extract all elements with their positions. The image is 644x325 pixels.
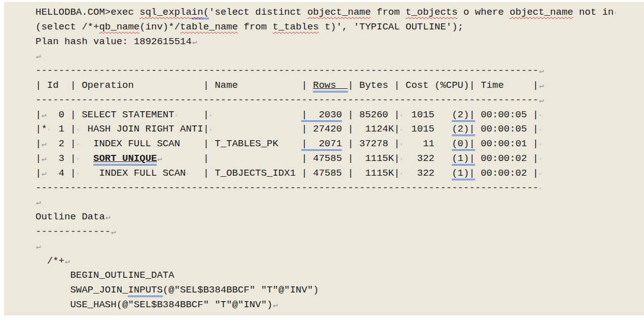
return-mark-icon: ↵ xyxy=(42,139,46,151)
text-line: BEGIN_OUTLINE_DATA xyxy=(35,268,644,283)
document-text[interactable]: HELLODBA.COM>exec sql_explain('select di… xyxy=(4,2,644,312)
return-mark-icon: ↵ xyxy=(42,153,46,166)
text-segment: 4 | xyxy=(47,168,76,179)
format-tick-icon: ‹ xyxy=(539,141,542,148)
word-document-page[interactable]: HELLODBA.COM>exec sql_explain('select di… xyxy=(4,2,644,315)
return-mark-icon: ↵ xyxy=(105,212,110,224)
return-mark-icon: ↵ xyxy=(111,226,116,239)
text-line: ↵ xyxy=(35,239,644,254)
text-segment: Plan hash value: 1892615514 xyxy=(35,36,192,47)
text-segment: | 37278 | xyxy=(342,138,400,149)
text-segment: | Bytes | Cost (%CPU)| Time | xyxy=(348,80,539,91)
format-tick-icon: ‹ xyxy=(539,126,542,134)
text-segment: 1 | xyxy=(53,123,76,135)
format-changed-text: INPUTS xyxy=(128,284,162,297)
text-segment: 3 | xyxy=(47,153,76,164)
text-segment: ----------------------------------------… xyxy=(35,94,539,106)
format-tick-icon: ‹ xyxy=(77,126,80,134)
format-changed-text: Rows xyxy=(313,80,347,92)
text-line: |↵ 0 | SELECT STATEMENT‹ |‹ | 2030 | 852… xyxy=(35,108,644,122)
format-changed-text: ( xyxy=(203,7,209,19)
return-mark-icon: ↵ xyxy=(157,153,162,166)
text-segment: USE_HASH(@"SEL$B384BBCF" "T"@"INV") xyxy=(35,299,272,310)
text-segment: (inv)*/ xyxy=(139,21,180,32)
text-segment: 00:00:05 | xyxy=(475,109,539,120)
format-tick-icon: ‹ xyxy=(539,156,542,163)
misspelled-word: qb_name xyxy=(99,21,139,32)
format-tick-icon: ‹ xyxy=(400,112,403,119)
text-segment: 00:00:01 | xyxy=(475,138,539,149)
format-tick-icon: ‹ xyxy=(77,170,80,177)
return-mark-icon: ↵ xyxy=(539,80,544,92)
format-tick-icon: ‹ xyxy=(48,126,51,134)
return-mark-icon: ↵ xyxy=(42,168,46,180)
format-tick-icon: ‹ xyxy=(186,170,189,177)
text-line: Plan hash value: 1892615514↵ xyxy=(35,35,644,49)
return-mark-icon: ↵ xyxy=(539,94,544,107)
text-segment: | T_OBJECTS_IDX1 | 47585 | 1115K| xyxy=(192,168,400,179)
text-segment xyxy=(214,109,301,120)
text-line: SWAP_JOIN_INPUTS(@"SEL$B384BBCF" "T"@"IN… xyxy=(35,283,644,298)
text-segment: |* xyxy=(35,123,47,135)
text-segment: | 27420 | 1124K| xyxy=(214,123,400,135)
text-segment: 00:00:02 | xyxy=(475,153,539,164)
return-mark-icon: ↵ xyxy=(65,255,69,268)
format-changed-text: | 2071 xyxy=(301,138,342,151)
return-mark-icon: ↵ xyxy=(539,66,544,78)
return-mark-icon: ↵ xyxy=(192,36,197,48)
text-segment: | xyxy=(35,138,41,149)
misspelled-word: object_name xyxy=(510,7,573,18)
text-segment: 'select distinct xyxy=(209,7,307,18)
misspelled-word: object_name xyxy=(307,7,371,18)
text-line: |*‹ 1 |‹ HASH JOIN RIGHT ANTI|‹ | 27420 … xyxy=(35,122,644,137)
format-changed-text: (1)| xyxy=(452,153,475,166)
text-line: ----------------------------------------… xyxy=(35,63,644,78)
format-tick-icon: ‹ xyxy=(400,141,403,148)
format-changed-text: (2)| xyxy=(452,123,475,136)
text-segment: from xyxy=(371,7,405,18)
text-segment xyxy=(82,153,93,164)
format-tick-icon: ‹ xyxy=(77,141,80,148)
format-tick-icon: ‹ xyxy=(539,112,542,119)
bold-underlined-text: SORT UNIQUE xyxy=(93,153,157,166)
text-segment: t)', 'TYPICAL OUTLINE'); xyxy=(319,21,463,32)
format-tick-icon: ‹ xyxy=(539,170,542,177)
format-tick-icon: ‹ xyxy=(539,185,542,192)
text-segment: 322 xyxy=(406,168,452,179)
text-segment: 0 | SELECT STATEMENT xyxy=(47,109,174,120)
text-line: |↵ 3 |‹ SORT UNIQUE↵ | | 47585 | 1115K|‹… xyxy=(35,151,644,166)
format-changed-text: (1)| xyxy=(452,168,475,180)
text-segment: HELLODBA.COM>exec xyxy=(35,7,139,18)
text-segment: INDEX FULL SCAN xyxy=(82,168,186,179)
misspelled-word: in xyxy=(192,7,203,19)
text-segment: ----------------------------------------… xyxy=(35,65,539,76)
text-segment: | xyxy=(180,109,209,120)
misspelled-word: t_tables xyxy=(273,21,319,32)
text-segment: 322 xyxy=(406,153,452,164)
return-mark-icon: ↵ xyxy=(42,109,46,121)
return-mark-icon: ↵ xyxy=(36,51,41,63)
text-segment: | | 47585 | 1115K| xyxy=(163,153,400,164)
text-segment: (select /*+ xyxy=(35,21,99,32)
misspelled-word: sql_expla xyxy=(139,7,192,18)
text-segment: Outline Data xyxy=(35,211,105,222)
text-segment: INDEX FULL SCAN | T_TABLES_PK xyxy=(82,138,301,149)
text-segment: (@"SEL$B384BBCF" "T"@"INV") xyxy=(163,284,319,296)
text-line: | Id | Operation | Name | Rows | Bytes |… xyxy=(35,78,644,93)
format-tick-icon: ‹ xyxy=(614,10,617,17)
text-segment: ----------------------------------------… xyxy=(35,182,539,193)
text-line: (select /*+qb_name(inv)*/table_name from… xyxy=(35,20,644,35)
text-segment: /*+ xyxy=(35,255,64,267)
format-tick-icon: ‹ xyxy=(209,126,212,134)
text-line: HELLODBA.COM>exec sql_explain('select di… xyxy=(35,5,644,20)
return-mark-icon: ↵ xyxy=(273,300,278,312)
format-tick-icon: ‹ xyxy=(400,126,403,134)
text-line: |↵ 2 |‹ INDEX FULL SCAN | T_TABLES_PK | … xyxy=(35,137,644,151)
format-tick-icon: ‹ xyxy=(174,112,177,119)
text-segment: 11 xyxy=(406,138,452,149)
text-segment: from xyxy=(238,21,272,32)
text-line: -------------↵ xyxy=(35,224,644,239)
text-line: ↵ xyxy=(35,195,644,210)
text-segment: HASH JOIN RIGHT ANTI| xyxy=(82,123,209,135)
format-changed-text: | 2030 xyxy=(301,109,342,122)
